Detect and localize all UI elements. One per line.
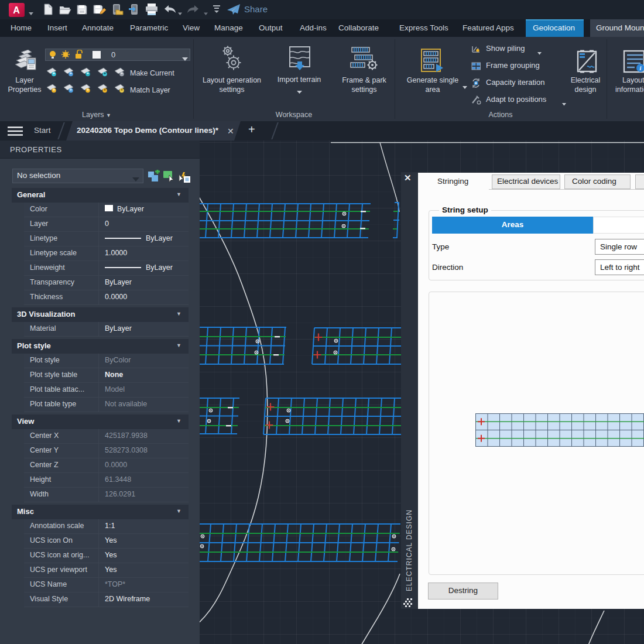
svg-text:A: A xyxy=(13,5,20,15)
svg-text:i: i xyxy=(640,65,642,71)
